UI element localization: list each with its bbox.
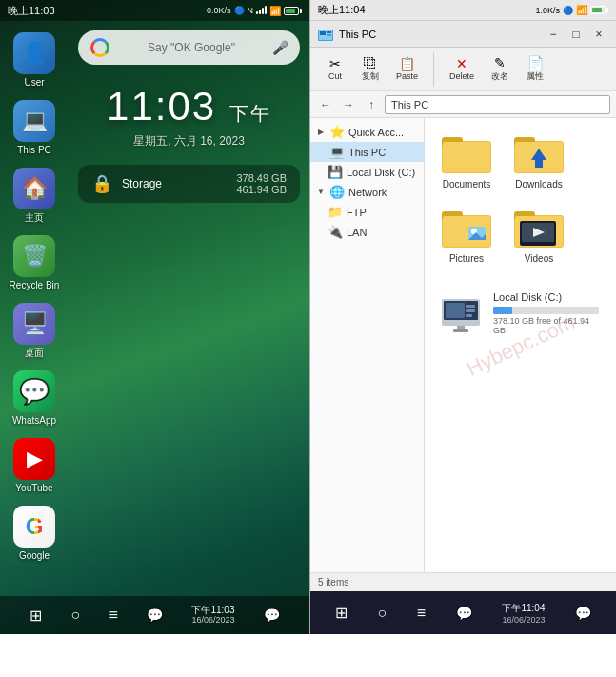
properties-label: 属性 (527, 70, 544, 83)
icon-home[interactable]: 🏠 主页 (4, 164, 65, 228)
delete-icon: ✕ (456, 57, 467, 70)
sidebar-item-this-pc[interactable]: 💻 This PC (310, 142, 424, 162)
phone-status-bar: 晚上11:03 0.0K/s 🔵 N 📶 (0, 0, 309, 21)
paste-button[interactable]: 📋 Paste (388, 53, 426, 85)
explorer-panel: 晚上11:04 1.0K/s 🔵 📶 (309, 0, 616, 634)
cut-button[interactable]: ✂ Cut (318, 53, 352, 85)
paste-icon: 📋 (399, 57, 415, 70)
properties-button[interactable]: 📄 属性 (518, 52, 552, 87)
rename-button[interactable]: ✎ 改名 (483, 52, 517, 87)
nav-date: 16/06/2023 (191, 615, 234, 625)
copy-label: 复制 (362, 70, 379, 83)
nav-menu-btn[interactable]: ≡ (109, 607, 117, 624)
videos-label: Videos (525, 253, 553, 265)
recycle-bin-icon-img: 🗑️ (13, 235, 55, 277)
explorer-nav-msg[interactable]: 💬 (456, 606, 472, 621)
rename-icon: ✎ (494, 56, 506, 70)
storage-label: Storage (122, 177, 227, 190)
explorer-status-time: 晚上11:04 (318, 3, 366, 17)
drive-c-icon (442, 295, 484, 331)
minimize-button[interactable]: − (544, 27, 563, 42)
file-item-documents[interactable]: Documents (434, 128, 499, 194)
lan-icon: 🔌 (328, 225, 343, 239)
signal-icon (256, 6, 267, 16)
explorer-titlebar: This PC − □ × (310, 21, 616, 48)
google-search-bar[interactable]: Say "OK Google" 🎤 (78, 30, 300, 65)
folder-svg-videos (514, 208, 564, 248)
pictures-folder-icon (442, 206, 491, 249)
explorer-nav-menu[interactable]: ≡ (417, 605, 426, 622)
nav-grid-btn[interactable]: ⊞ (30, 607, 42, 625)
maximize-button[interactable]: □ (566, 27, 586, 42)
icon-recycle-bin[interactable]: 🗑️ Recycle Bin (4, 231, 65, 295)
icon-desktop[interactable]: 🖥️ 桌面 (4, 299, 65, 363)
storage-text: Storage (122, 177, 227, 190)
network-arrow: ▼ (316, 188, 326, 196)
notification-msg-icon[interactable]: 💬 (264, 607, 280, 623)
svg-rect-7 (443, 142, 490, 172)
storage-total: 461.94 GB (236, 184, 287, 195)
explorer-nav-home[interactable]: ○ (377, 605, 387, 622)
clock-time: 11:03 下午 (107, 84, 271, 129)
sidebar-item-ftp[interactable]: 📁 FTP (310, 202, 424, 222)
copy-button[interactable]: ⿻ 复制 (353, 52, 387, 87)
this-pc-sidebar-icon: 💻 (329, 145, 345, 159)
svg-rect-28 (446, 303, 465, 318)
battery-icon (284, 7, 302, 15)
cut-label: Cut (328, 71, 342, 81)
file-item-videos[interactable]: Videos (507, 202, 571, 269)
files-grid: Documents Downloads (434, 128, 606, 269)
close-button[interactable]: × (589, 27, 608, 42)
svg-rect-31 (466, 314, 472, 317)
explorer-status-text: 5 items (318, 577, 348, 587)
copy-icon: ⿻ (364, 56, 377, 70)
google-icon-img: G (13, 506, 55, 548)
documents-folder-icon (442, 131, 491, 175)
sidebar-item-network[interactable]: ▼ 🌐 Network (310, 182, 424, 202)
rename-label: 改名 (491, 70, 508, 83)
desktop-icon-label: 桌面 (25, 348, 44, 359)
notification-icon[interactable]: 💬 (147, 607, 163, 623)
explorer-addressbar: ← → ↑ This PC (310, 91, 616, 118)
file-item-downloads[interactable]: Downloads (507, 128, 571, 194)
pictures-label: Pictures (449, 253, 484, 265)
explorer-nav-grid[interactable]: ⊞ (335, 604, 348, 622)
file-item-pictures[interactable]: Pictures (434, 202, 499, 269)
explorer-nav-notification[interactable]: 💬 (575, 606, 591, 621)
icon-youtube[interactable]: ▶ YouTube (4, 434, 65, 498)
speed-indicator: 0.0K/s (207, 6, 231, 15)
sidebar-item-lan[interactable]: 🔌 LAN (310, 222, 424, 242)
delete-button[interactable]: ✕ Delete (442, 53, 482, 85)
explorer-status-icons: 1.0K/s 🔵 📶 (535, 5, 608, 15)
folder-svg-pictures (442, 208, 491, 248)
sidebar-item-local-disk[interactable]: 💾 Local Disk (C:) (310, 162, 424, 182)
address-path[interactable]: This PC (385, 95, 610, 114)
drives-section: Local Disk (C:) 378.10 GB free of 461.94… (434, 284, 606, 343)
icon-google[interactable]: G Google (4, 502, 65, 566)
user-icon-img: 👤 (13, 32, 55, 74)
youtube-icon-label: YouTube (15, 483, 52, 494)
drive-item-c[interactable]: Local Disk (C:) 378.10 GB free of 461.94… (434, 284, 606, 343)
paste-label: Paste (396, 71, 418, 81)
svg-rect-27 (453, 329, 468, 332)
forward-button[interactable]: → (339, 95, 358, 114)
nav-home-btn[interactable]: ○ (70, 607, 80, 624)
sidebar-item-quick-access[interactable]: ▶ ⭐ Quick Acc... (310, 122, 424, 142)
phone-status-time: 晚上11:03 (8, 4, 55, 18)
explorer-battery (590, 6, 608, 14)
back-button[interactable]: ← (316, 95, 335, 114)
mic-icon[interactable]: 🎤 (272, 40, 288, 55)
explorer-bluetooth: 🔵 (563, 6, 573, 15)
quick-access-arrow: ▶ (316, 128, 326, 136)
icon-user[interactable]: 👤 User (4, 29, 65, 92)
drive-c-name: Local Disk (C:) (493, 291, 599, 303)
up-button[interactable]: ↑ (362, 95, 381, 114)
videos-folder-icon (514, 206, 564, 249)
ftp-icon: 📁 (328, 205, 343, 219)
icon-this-pc[interactable]: 💻 This PC (4, 96, 65, 160)
desktop-icons-container: 👤 User 💻 This PC 🏠 主页 🗑️ Recycle Bin 🖥️ … (0, 21, 69, 566)
explorer-window-icon (318, 28, 333, 41)
toolbar-group-manage: ✕ Delete ✎ 改名 📄 属性 (442, 52, 560, 87)
icon-whatsapp[interactable]: 💬 WhatsApp (4, 367, 65, 430)
explorer-nav-date: 16/06/2023 (502, 615, 545, 625)
